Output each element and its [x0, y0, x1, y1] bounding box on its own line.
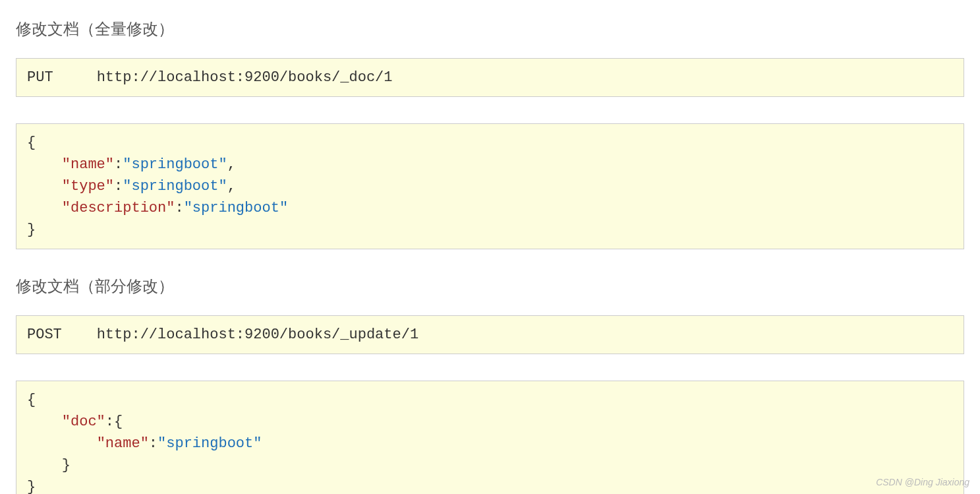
- http-method-2: POST: [27, 326, 62, 343]
- http-url-2: http://localhost:9200/books/_update/1: [97, 326, 418, 343]
- section-title-full-update: 修改文档（全量修改）: [16, 18, 964, 40]
- json-comma: ,: [227, 156, 236, 173]
- json-colon: :: [175, 200, 183, 216]
- json-key: "name": [62, 156, 114, 173]
- json-colon: :: [114, 178, 123, 195]
- spacer: [62, 326, 97, 343]
- json-comma: ,: [227, 178, 236, 195]
- json-colon: :: [105, 414, 114, 430]
- request-line-box-1: PUT http://localhost:9200/books/_doc/1: [16, 58, 964, 97]
- json-value: "springboot": [158, 435, 262, 452]
- request-line-box-2: POST http://localhost:9200/books/_update…: [16, 315, 964, 354]
- watermark-text: CSDN @Ding Jiaxiong: [876, 477, 969, 487]
- brace-close-inner: }: [62, 457, 71, 474]
- request-body-box-1: { "name":"springboot", "type":"springboo…: [16, 123, 964, 249]
- json-colon: :: [149, 435, 158, 452]
- brace-open: {: [27, 392, 36, 408]
- json-value: "springboot": [123, 156, 227, 173]
- json-key: "type": [62, 178, 114, 195]
- brace-close: }: [27, 479, 36, 494]
- json-key: "description": [62, 200, 175, 216]
- http-url-1: http://localhost:9200/books/_doc/1: [97, 69, 393, 86]
- json-value: "springboot": [123, 178, 227, 195]
- json-colon: :: [114, 156, 123, 173]
- request-body-box-2: { "doc":{ "name":"springboot" } }: [16, 381, 964, 494]
- json-value: "springboot": [184, 200, 288, 216]
- json-key: "name": [97, 435, 149, 452]
- spacer: [53, 69, 97, 86]
- section-title-partial-update: 修改文档（部分修改）: [16, 276, 964, 297]
- brace-open: {: [27, 135, 36, 151]
- brace-open-inner: {: [114, 414, 123, 430]
- http-method-1: PUT: [27, 69, 53, 86]
- brace-close: }: [27, 222, 36, 238]
- json-key-doc: "doc": [62, 414, 105, 430]
